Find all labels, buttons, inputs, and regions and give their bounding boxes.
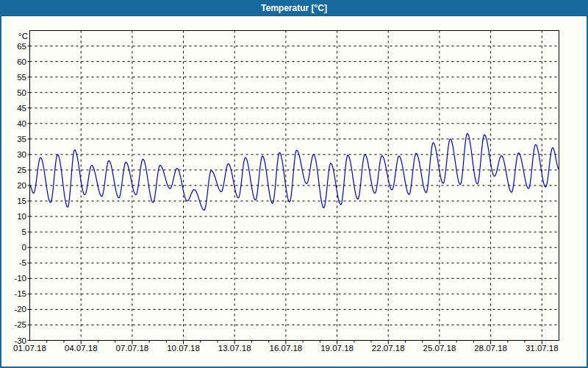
y-tick-label: 45 bbox=[17, 104, 26, 113]
y-tick-label: 60 bbox=[17, 57, 26, 66]
y-tick-label: -15 bbox=[14, 289, 26, 298]
y-tick-label: 25 bbox=[17, 166, 26, 174]
chart-area: -30-25-20-15-10-505101520253035404550556… bbox=[0, 0, 588, 368]
y-gridlines bbox=[30, 46, 559, 325]
y-axis-labels: -30-25-20-15-10-505101520253035404550556… bbox=[14, 32, 28, 345]
x-tick-label: 16.07.18 bbox=[270, 344, 303, 353]
axis-ticks bbox=[28, 46, 542, 344]
y-tick-label: 20 bbox=[17, 181, 26, 190]
x-tick-label: 19.07.18 bbox=[320, 344, 354, 353]
x-tick-label: 04.07.18 bbox=[65, 344, 98, 353]
y-tick-label: 0 bbox=[22, 243, 26, 252]
x-tick-label: 13.07.18 bbox=[218, 344, 251, 353]
y-tick-label: 35 bbox=[17, 135, 26, 144]
temperature-line bbox=[30, 133, 559, 210]
x-tick-label: 25.07.18 bbox=[423, 344, 456, 353]
y-tick-label: 50 bbox=[17, 88, 26, 97]
x-axis-labels: 01.07.1804.07.1807.07.1810.07.1813.07.18… bbox=[13, 344, 559, 353]
x-tick-label: 28.07.18 bbox=[474, 344, 507, 353]
y-tick-label: -10 bbox=[14, 274, 26, 283]
y-tick-label: -25 bbox=[14, 320, 26, 329]
x-tick-label: 10.07.18 bbox=[167, 344, 200, 353]
y-tick-label: 10 bbox=[17, 212, 26, 221]
y-tick-label: 30 bbox=[17, 150, 26, 159]
x-tick-label: 01.07.18 bbox=[13, 344, 46, 353]
y-tick-label: 5 bbox=[22, 227, 26, 236]
y-axis-unit-label: °C bbox=[18, 32, 28, 40]
temperature-series bbox=[30, 133, 559, 210]
y-tick-label: -20 bbox=[14, 305, 26, 314]
y-tick-label: 15 bbox=[17, 197, 26, 205]
x-tick-label: 22.07.18 bbox=[372, 344, 405, 353]
y-tick-label: 55 bbox=[17, 73, 26, 82]
y-tick-label: 65 bbox=[17, 42, 26, 51]
x-tick-label: 07.07.18 bbox=[115, 344, 148, 353]
app-window: Temperatur [°C] -30-25-20-15-10-50510152… bbox=[0, 0, 588, 368]
y-tick-label: 40 bbox=[17, 119, 26, 128]
x-tick-label: 31.07.18 bbox=[526, 344, 559, 353]
temperature-chart: -30-25-20-15-10-505101520253035404550556… bbox=[0, 0, 588, 368]
y-tick-label: -5 bbox=[19, 258, 26, 267]
